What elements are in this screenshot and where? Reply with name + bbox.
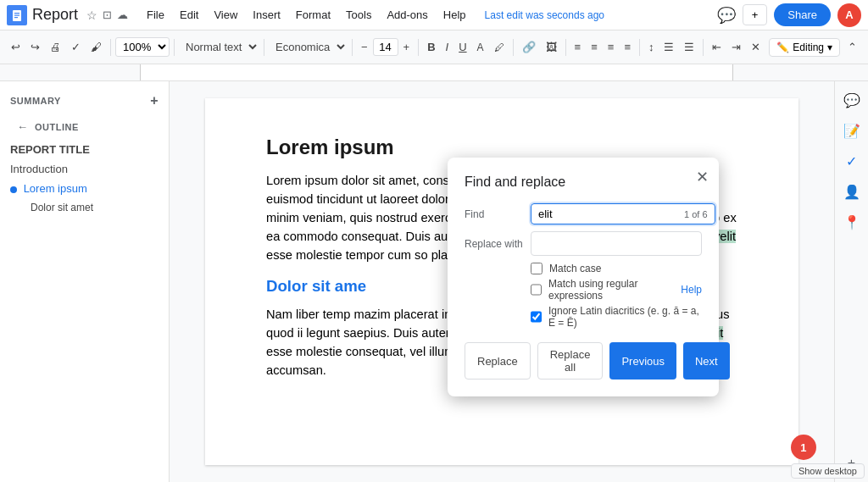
editing-label: Editing [793, 42, 824, 53]
show-desktop-button[interactable]: Show desktop [791, 463, 865, 479]
link-button[interactable]: 🔗 [518, 37, 540, 57]
sidebar-dolor[interactable]: Dolor sit amet [0, 198, 169, 217]
svg-rect-3 [14, 17, 18, 18]
line-spacing-button[interactable]: ↕ [644, 37, 659, 57]
undo-button[interactable]: ↩ [7, 37, 25, 57]
find-field: Find 1 of 6 [465, 203, 702, 224]
regex-checkbox[interactable] [531, 284, 542, 296]
doc-area: Lorem ipsum Lorem ipsum dolor sit amet, … [170, 81, 834, 482]
location-button[interactable]: 📍 [840, 210, 864, 234]
outline-row: ← OUTLINE [0, 114, 169, 140]
bold-button[interactable]: B [423, 37, 439, 57]
divider3 [264, 39, 264, 56]
checkmark-button[interactable]: ✓ [840, 149, 864, 173]
increase-indent-button[interactable]: ⇥ [727, 37, 745, 57]
redo-button[interactable]: ↪ [26, 37, 44, 57]
align-left-button[interactable]: ≡ [570, 37, 586, 57]
style-select[interactable]: Normal text [179, 38, 259, 56]
menu-addons[interactable]: Add-ons [380, 5, 434, 25]
folder-icon[interactable]: ⊡ [103, 8, 112, 21]
print-button[interactable]: 🖨 [46, 37, 65, 57]
top-right-actions: 💬 + Share A [717, 3, 861, 27]
align-right-button[interactable]: ≡ [604, 37, 619, 57]
regex-help-link[interactable]: Help [681, 284, 702, 296]
sidebar-summary-header: SUMMARY + [0, 88, 169, 114]
ruler-inner [140, 64, 733, 80]
font-size-decrease[interactable]: − [357, 37, 372, 57]
underline-button[interactable]: U [454, 37, 470, 57]
active-indicator [10, 186, 17, 193]
align-justify-button[interactable]: ≡ [620, 37, 635, 57]
share-button[interactable]: Share [774, 3, 831, 26]
italic-button[interactable]: I [442, 37, 453, 57]
divider1 [110, 39, 111, 56]
find-replace-dialog: Find and replace ✕ Find 1 of 6 Replace w… [448, 158, 719, 396]
clear-format-button[interactable]: ✕ [747, 37, 765, 57]
font-size-control: − + [357, 37, 414, 57]
match-case-row: Match case [531, 263, 702, 274]
paint-format-button[interactable]: 🖌 [86, 37, 106, 57]
menu-tools[interactable]: Tools [339, 5, 378, 25]
divider7 [565, 39, 566, 56]
match-case-checkbox[interactable] [531, 263, 542, 274]
image-button[interactable]: 🖼 [542, 37, 561, 57]
collapse-button[interactable]: ⌃ [843, 37, 861, 57]
replace-label: Replace with [465, 238, 524, 250]
sidebar-lorem[interactable]: Lorem ipsum [0, 179, 169, 198]
sidebar-intro[interactable]: Introduction [0, 159, 169, 179]
summary-label: SUMMARY [10, 96, 61, 106]
replace-all-button[interactable]: Replace all [537, 342, 604, 380]
menu-help[interactable]: Help [437, 5, 473, 25]
dialog-close-button[interactable]: ✕ [696, 168, 709, 186]
toolbar-right: ✏️ Editing ▾ ⌃ [769, 37, 861, 57]
font-size-input[interactable] [373, 38, 398, 56]
next-button[interactable]: Next [683, 342, 730, 380]
match-case-label: Match case [549, 263, 601, 274]
svg-rect-1 [14, 13, 19, 14]
menu-edit[interactable]: Edit [173, 5, 205, 25]
menu-file[interactable]: File [140, 5, 171, 25]
align-center-button[interactable]: ≡ [587, 37, 602, 57]
comment-button[interactable]: 💬 [717, 6, 736, 25]
font-size-increase[interactable]: + [399, 37, 415, 57]
menu-view[interactable]: View [207, 5, 244, 25]
numbered-list-button[interactable]: ☰ [680, 37, 698, 57]
regex-row: Match using regular expressions Help [531, 278, 702, 302]
toolbar: ↩ ↪ 🖨 ✓ 🖌 100% Normal text Economica − +… [0, 30, 868, 64]
add-section-icon[interactable]: + [150, 93, 159, 108]
main-area: SUMMARY + ← OUTLINE REPORT TITLE Introdu… [0, 81, 868, 482]
find-input[interactable] [538, 204, 681, 224]
decrease-indent-button[interactable]: ⇤ [708, 37, 726, 57]
diacritics-checkbox[interactable] [531, 311, 542, 323]
app-icon [7, 5, 27, 25]
zoom-select[interactable]: 100% [115, 37, 170, 57]
divider4 [352, 39, 353, 56]
notification-area: 1 Show desktop [791, 435, 868, 482]
menu-format[interactable]: Format [289, 5, 337, 25]
add-button[interactable]: + [743, 4, 768, 25]
star-icon[interactable]: ☆ [86, 8, 97, 22]
account-button[interactable]: 👤 [840, 180, 864, 203]
back-button[interactable]: ← [10, 117, 35, 136]
regex-label: Match using regular expressions [548, 278, 674, 302]
spellcheck-button[interactable]: ✓ [67, 37, 85, 57]
sidebar-report-title[interactable]: REPORT TITLE [0, 140, 169, 159]
text-color-button[interactable]: A [473, 38, 488, 57]
replace-field: Replace with [465, 231, 702, 256]
sticky-note-button[interactable]: 📝 [840, 119, 864, 142]
cloud-icon[interactable]: ☁ [117, 8, 128, 21]
diacritics-label: Ignore Latin diacritics (e. g. ā = a, E … [548, 305, 702, 329]
editing-badge[interactable]: ✏️ Editing ▾ [769, 38, 840, 57]
bullet-list-button[interactable]: ☰ [659, 37, 678, 57]
divider8 [639, 39, 640, 56]
font-select[interactable]: Economica [269, 38, 348, 56]
replace-input[interactable] [531, 231, 702, 256]
menu-insert[interactable]: Insert [246, 5, 287, 25]
assistant-button[interactable]: 💬 [840, 88, 864, 112]
replace-button[interactable]: Replace [465, 342, 531, 380]
divider5 [418, 39, 419, 56]
highlight-button[interactable]: 🖊 [490, 38, 509, 57]
right-panel: 💬 📝 ✓ 👤 📍 + [834, 81, 868, 482]
previous-button[interactable]: Previous [609, 342, 676, 380]
sidebar: SUMMARY + ← OUTLINE REPORT TITLE Introdu… [0, 81, 170, 482]
